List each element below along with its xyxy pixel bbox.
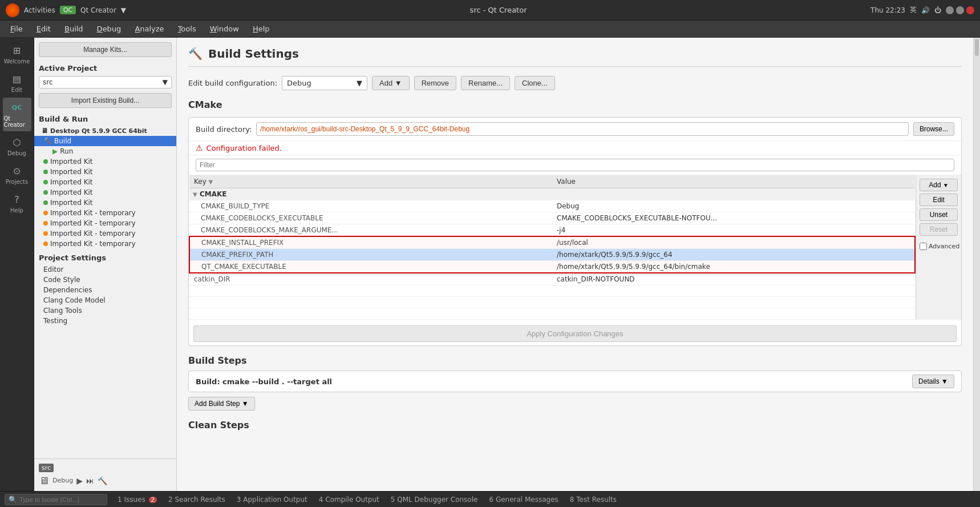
projects-label: Projects bbox=[6, 179, 28, 185]
details-button[interactable]: Details ▼ bbox=[912, 375, 954, 388]
advanced-checkbox-row: Advanced bbox=[920, 243, 958, 250]
settings-clang-code-model[interactable]: Clang Code Model bbox=[34, 295, 176, 305]
sidebar-item-qc[interactable]: QC Qt Creator bbox=[3, 98, 31, 131]
cmake-table: Key ▼ Value ▼ CMAKE bbox=[189, 175, 916, 320]
minimize-btn[interactable] bbox=[946, 6, 954, 14]
menu-file[interactable]: File bbox=[5, 22, 29, 35]
clone-config-button[interactable]: Clone... bbox=[515, 76, 555, 90]
add-config-button[interactable]: Add ▼ bbox=[372, 76, 410, 90]
kit-temp-item-2[interactable]: Imported Kit - temporary bbox=[34, 228, 176, 239]
cmake-val-codeblocks-args: -j4 bbox=[552, 224, 915, 237]
kit-temp-dot-1 bbox=[43, 221, 48, 226]
kit-label-3: Imported Kit bbox=[50, 188, 93, 196]
menu-debug[interactable]: Debug bbox=[91, 22, 127, 35]
search-results-num: 2 bbox=[168, 496, 175, 504]
build-dir-row: Build directory: Browse... bbox=[189, 118, 961, 141]
rename-config-button[interactable]: Rename... bbox=[461, 76, 510, 90]
manage-kits-button[interactable]: Manage Kits... bbox=[39, 42, 172, 57]
build-item[interactable]: 🔨 Build bbox=[34, 136, 176, 146]
kit-temp-item-1[interactable]: Imported Kit - temporary bbox=[34, 218, 176, 228]
add-build-step-label: Add Build Step bbox=[195, 400, 240, 408]
menu-window[interactable]: Window bbox=[204, 22, 245, 35]
table-row-highlighted-install[interactable]: CMAKE_INSTALL_PREFIX /usr/local bbox=[189, 236, 915, 249]
kit-item-2[interactable]: Imported Kit bbox=[34, 177, 176, 187]
status-tab-qml-debugger[interactable]: 5 QML Debugger Console bbox=[385, 493, 484, 506]
power-icon[interactable]: ⏻ bbox=[934, 6, 941, 14]
maximize-btn[interactable] bbox=[956, 6, 964, 14]
settings-dependencies[interactable]: Dependencies bbox=[34, 285, 176, 295]
menu-build[interactable]: Build bbox=[59, 22, 89, 35]
sidebar-item-help[interactable]: ? Help bbox=[3, 190, 31, 217]
cmake-edit-button[interactable]: Edit bbox=[920, 194, 958, 206]
status-tab-compile[interactable]: 4 Compile Output bbox=[313, 493, 385, 506]
cmake-reset-button[interactable]: Reset bbox=[920, 223, 958, 236]
settings-code-style[interactable]: Code Style bbox=[34, 275, 176, 285]
build-steps-title: Build Steps bbox=[188, 355, 962, 366]
menu-tools[interactable]: Tools bbox=[172, 22, 202, 35]
dropdown-arrow[interactable]: ▼ bbox=[121, 6, 126, 14]
edit-config-label: Edit build configuration: bbox=[188, 79, 277, 87]
add-build-step-button[interactable]: Add Build Step ▼ bbox=[188, 397, 255, 411]
kit-item-3[interactable]: Imported Kit bbox=[34, 187, 176, 198]
table-row-selected-prefix-path[interactable]: CMAKE_PREFIX_PATH /home/xtark/Qt5.9.9/5.… bbox=[189, 249, 915, 261]
hammer-small-btn[interactable]: 🔨 bbox=[98, 476, 107, 485]
sidebar-item-debug[interactable]: ⬡ Debug bbox=[3, 132, 31, 160]
build-icon: 🔨 bbox=[43, 137, 52, 145]
kit-item-0[interactable]: Imported Kit bbox=[34, 156, 176, 167]
step-btn[interactable]: ⏭ bbox=[86, 476, 94, 485]
status-search-box[interactable]: 🔍 bbox=[5, 494, 107, 505]
remove-config-button[interactable]: Remove bbox=[414, 76, 456, 90]
status-tab-general[interactable]: 6 General Messages bbox=[483, 493, 564, 506]
table-row[interactable]: CMAKE_CODEBLOCKS_MAKE_ARGUME... -j4 bbox=[189, 224, 915, 237]
config-dropdown[interactable]: Debug ▼ bbox=[282, 76, 367, 90]
run-item[interactable]: ▶ Run bbox=[34, 146, 176, 156]
audio-icon[interactable]: 🔊 bbox=[921, 6, 930, 14]
run-label: Run bbox=[60, 147, 73, 155]
advanced-checkbox[interactable] bbox=[920, 243, 927, 250]
settings-editor[interactable]: Editor bbox=[34, 264, 176, 275]
settings-testing[interactable]: Testing bbox=[34, 316, 176, 326]
play-btn[interactable]: ▶ bbox=[76, 476, 83, 485]
sidebar-item-edit[interactable]: ▤ Edit bbox=[3, 69, 31, 96]
settings-clang-tools[interactable]: Clang Tools bbox=[34, 305, 176, 316]
desktop-kit-item[interactable]: 🖥 Desktop Qt 5.9.9 GCC 64bit bbox=[34, 126, 176, 136]
kit-item-1[interactable]: Imported Kit bbox=[34, 167, 176, 177]
top-bar-left: Activities QC Qt Creator ▼ bbox=[6, 3, 126, 17]
status-tab-issues[interactable]: 1 Issues 2 bbox=[112, 493, 163, 506]
activities-btn[interactable]: Activities bbox=[24, 6, 55, 14]
table-row[interactable]: CMAKE_CODEBLOCKS_EXECUTABLE CMAKE_CODEBL… bbox=[189, 212, 915, 224]
status-search-input[interactable] bbox=[19, 496, 94, 503]
add-step-arrow: ▼ bbox=[242, 400, 249, 408]
sidebar-item-projects[interactable]: ⊙ Projects bbox=[3, 161, 31, 188]
table-row-highlighted-qt-exec[interactable]: QT_CMAKE_EXECUTABLE /home/xtark/Qt5.9.9/… bbox=[189, 261, 915, 273]
advanced-label[interactable]: Advanced bbox=[920, 243, 958, 250]
close-btn[interactable] bbox=[966, 6, 974, 14]
cmake-add-button[interactable]: Add ▼ bbox=[920, 179, 958, 191]
kit-temp-item-3[interactable]: Imported Kit - temporary bbox=[34, 239, 176, 249]
menu-analyze[interactable]: Analyze bbox=[129, 22, 169, 35]
details-btn-label: Details bbox=[918, 377, 939, 385]
status-tab-test-results[interactable]: 8 Test Results bbox=[564, 493, 622, 506]
build-dir-input[interactable] bbox=[256, 122, 909, 136]
filter-input[interactable] bbox=[196, 159, 954, 171]
compile-num: 4 bbox=[319, 496, 325, 504]
table-row[interactable]: catkin_DIR catkin_DIR-NOTFOUND bbox=[189, 273, 915, 285]
cmake-key-codeblocks-args: CMAKE_CODEBLOCKS_MAKE_ARGUME... bbox=[189, 224, 552, 237]
status-tab-app-output[interactable]: 3 Application Output bbox=[231, 493, 313, 506]
table-row[interactable]: CMAKE_BUILD_TYPE Debug bbox=[189, 200, 915, 212]
project-dropdown[interactable]: src ▼ bbox=[39, 76, 172, 88]
status-tab-search-results[interactable]: 2 Search Results bbox=[163, 493, 231, 506]
apply-config-button[interactable]: Apply Configuration Changes bbox=[193, 325, 957, 342]
import-existing-build-button[interactable]: Import Existing Build... bbox=[39, 93, 172, 108]
kit-temp-item-0[interactable]: Imported Kit - temporary bbox=[34, 208, 176, 218]
sidebar-item-welcome[interactable]: ⊞ Welcome bbox=[3, 41, 31, 68]
scrollbar[interactable] bbox=[973, 38, 980, 491]
scroll-thumb[interactable] bbox=[975, 39, 979, 56]
menu-help[interactable]: Help bbox=[247, 22, 276, 35]
kit-dot-2 bbox=[43, 180, 48, 184]
debug-row: 🖥 Debug ▶ ⏭ 🔨 bbox=[39, 474, 172, 486]
cmake-unset-button[interactable]: Unset bbox=[920, 208, 958, 221]
menu-edit[interactable]: Edit bbox=[31, 22, 56, 35]
browse-button[interactable]: Browse... bbox=[913, 122, 954, 136]
kit-item-4[interactable]: Imported Kit bbox=[34, 198, 176, 208]
